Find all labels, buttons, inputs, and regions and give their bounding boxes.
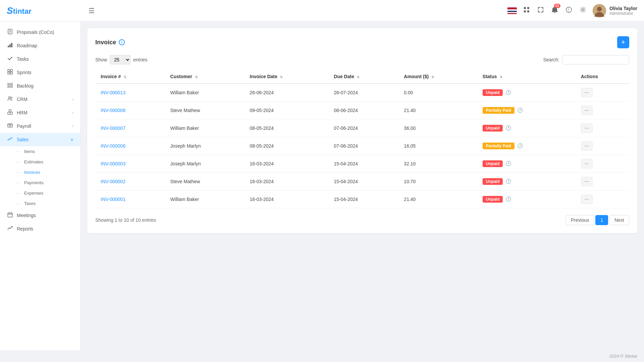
sidebar-sub-item-estimates[interactable]: Estimates — [17, 157, 80, 167]
invoice-link-INV-000008[interactable]: INV-000008 — [101, 108, 126, 113]
sidebar-sub-item-expenses[interactable]: Expenses — [17, 188, 80, 198]
svg-rect-3 — [527, 10, 529, 12]
invoice-link-INV-000013[interactable]: INV-000013 — [101, 90, 126, 95]
logo-text: Stintar — [7, 5, 32, 16]
meetings-icon — [7, 212, 13, 219]
next-button[interactable]: Next — [609, 215, 629, 225]
status-cell: Partially Paid 🕐 — [477, 137, 576, 155]
row-action-button[interactable]: ··· — [581, 123, 593, 133]
dark-mode-button[interactable] — [564, 5, 573, 16]
backlog-icon — [7, 83, 13, 89]
sidebar-item-proposals[interactable]: Proposals (CoCo) — [0, 25, 80, 39]
invoice-id-cell: INV-000002 — [95, 173, 165, 191]
customer-cell: Joseph Marlyn — [165, 155, 244, 173]
sidebar-item-roadmap[interactable]: Roadmap — [0, 39, 80, 52]
sales-submenu: Items Estimates Invoices Payments Expens… — [0, 146, 80, 209]
avatar — [593, 4, 606, 17]
col-invoice-num[interactable]: Invoice # ⇅ — [95, 70, 165, 84]
sidebar-item-reports[interactable]: Reports — [0, 222, 80, 236]
sidebar-sub-item-taxes[interactable]: Taxes — [17, 198, 80, 209]
row-action-button[interactable]: ··· — [581, 195, 593, 204]
sidebar-item-sales[interactable]: Sales ∨ — [0, 133, 80, 146]
search-label: Search: — [543, 57, 559, 62]
user-profile[interactable]: Olivia Taylor Administrator — [593, 4, 637, 17]
sidebar-item-crm[interactable]: CRM › — [0, 93, 80, 106]
invoice-id-cell: INV-000006 — [95, 137, 165, 155]
amount-cell: 32.10 — [399, 155, 477, 173]
user-role: Administrator — [609, 11, 637, 16]
invoice-link-INV-000007[interactable]: INV-000007 — [101, 125, 126, 131]
sidebar-sub-item-payments[interactable]: Payments — [17, 177, 80, 188]
sidebar-item-tasks[interactable]: Tasks — [0, 52, 80, 66]
invoice-date-cell: 09-05-2024 — [244, 102, 329, 119]
actions-cell: ··· — [576, 102, 629, 119]
invoice-date-cell: 08-05-2024 — [244, 137, 329, 155]
table-row: INV-000006 Joseph Marlyn 08-05-2024 07-0… — [95, 137, 629, 155]
sidebar-item-sprints[interactable]: Sprints — [0, 66, 80, 79]
invoice-link-INV-000001[interactable]: INV-000001 — [101, 197, 126, 202]
due-date-cell: 07-06-2024 — [329, 137, 399, 155]
entries-select[interactable]: 25 10 50 100 — [110, 55, 131, 64]
amount-cell: 21.40 — [399, 102, 477, 119]
clock-icon: 🕐 — [505, 196, 511, 202]
svg-point-4 — [582, 9, 584, 11]
sidebar-sub-item-invoices[interactable]: Invoices — [17, 167, 80, 177]
add-invoice-button[interactable]: + — [617, 36, 629, 48]
status-badge: Unpaid — [483, 89, 503, 96]
col-due-date[interactable]: Due Date ⇅ — [329, 70, 399, 84]
hamburger-button[interactable]: ☰ — [87, 5, 96, 16]
col-amount[interactable]: Amount ($) ⇅ — [399, 70, 477, 84]
page-1-button[interactable]: 1 — [595, 215, 608, 225]
sidebar-item-backlog[interactable]: Backlog — [0, 79, 80, 93]
status-cell: Unpaid 🕐 — [477, 84, 576, 102]
pagination-container: Showing 1 to 10 of 10 entries Previous 1… — [95, 215, 629, 225]
svg-rect-16 — [8, 72, 10, 74]
sidebar-item-meetings[interactable]: Meetings — [0, 209, 80, 222]
app-header: Stintar ☰ 53 — [0, 0, 644, 21]
previous-button[interactable]: Previous — [566, 215, 594, 225]
items-label: Items — [24, 149, 35, 154]
due-date-cell: 15-04-2024 — [329, 173, 399, 191]
row-action-button[interactable]: ··· — [581, 88, 593, 97]
invoice-date-cell: 08-05-2024 — [244, 119, 329, 137]
actions-cell: ··· — [576, 137, 629, 155]
sidebar-item-hrm[interactable]: HRM › — [0, 106, 80, 119]
svg-rect-1 — [527, 7, 529, 9]
avatar-image — [593, 4, 606, 17]
show-entries-container: Show 25 10 50 100 entries — [95, 55, 147, 64]
svg-rect-14 — [8, 69, 10, 71]
sidebar-sub-item-items[interactable]: Items — [17, 146, 80, 157]
table-controls: Show 25 10 50 100 entries Search: — [95, 55, 629, 64]
due-date-cell: 07-06-2024 — [329, 119, 399, 137]
invoice-link-INV-000003[interactable]: INV-000003 — [101, 161, 126, 166]
settings-button[interactable] — [579, 5, 587, 16]
invoice-info-icon[interactable]: i — [119, 39, 125, 45]
col-customer[interactable]: Customer ⇅ — [165, 70, 244, 84]
row-action-button[interactable]: ··· — [581, 177, 593, 186]
col-status[interactable]: Status ⇅ — [477, 70, 576, 84]
row-action-button[interactable]: ··· — [581, 106, 593, 115]
customer-cell: Steve Mathew — [165, 102, 244, 119]
status-badge: Unpaid — [483, 125, 503, 132]
svg-rect-12 — [9, 44, 11, 47]
sidebar-label-meetings: Meetings — [17, 213, 73, 218]
invoice-link-INV-000006[interactable]: INV-000006 — [101, 143, 126, 149]
due-date-cell: 26-07-2024 — [329, 84, 399, 102]
actions-cell: ··· — [576, 173, 629, 191]
clock-icon: 🕐 — [505, 125, 511, 131]
col-invoice-date[interactable]: Invoice Date ⇅ — [244, 70, 329, 84]
sales-icon — [7, 136, 13, 143]
row-action-button[interactable]: ··· — [581, 159, 593, 168]
sidebar-item-payroll[interactable]: Payroll › — [0, 119, 80, 133]
roadmap-icon — [7, 42, 13, 49]
language-flag-icon[interactable] — [507, 7, 517, 14]
grid-menu-button[interactable] — [522, 5, 531, 16]
expand-button[interactable] — [536, 5, 545, 16]
invoice-link-INV-000002[interactable]: INV-000002 — [101, 179, 126, 184]
notifications-button[interactable]: 53 — [550, 5, 559, 16]
clock-icon: 🕐 — [505, 161, 511, 166]
row-action-button[interactable]: ··· — [581, 141, 593, 151]
search-input[interactable] — [562, 55, 629, 64]
svg-point-33 — [12, 226, 13, 227]
sidebar: Proposals (CoCo) Roadmap Tasks Sprints B… — [0, 21, 81, 350]
